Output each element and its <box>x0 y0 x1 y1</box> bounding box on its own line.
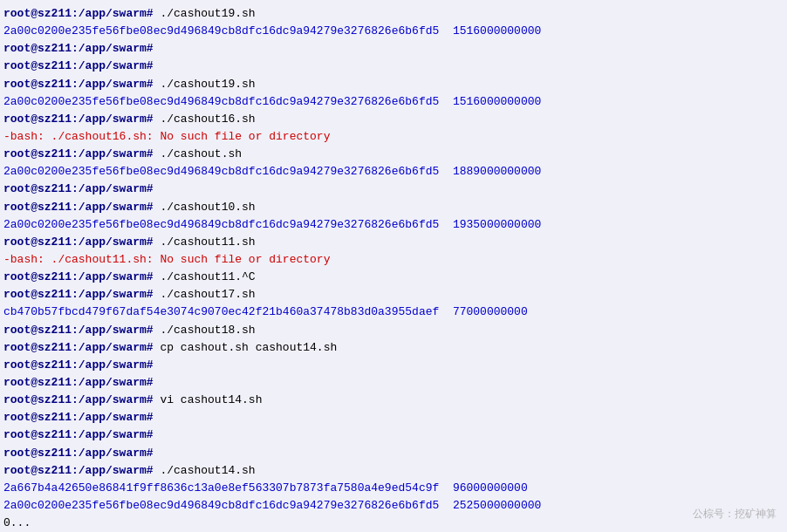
line-8: -bash: ./cashout16.sh: No such file or d… <box>3 128 784 146</box>
line-5: root@sz211:/app/swarm# ./cashout19.sh <box>3 76 784 93</box>
line-14: root@sz211:/app/swarm# ./cashout11.sh <box>3 234 784 251</box>
line-22: root@sz211:/app/swarm# <box>3 374 784 392</box>
prompt-7: root@sz211:/app/swarm# <box>3 113 160 126</box>
cmd-17: ./cashout17.sh <box>160 288 255 301</box>
line-6: 2a00c0200e235fe56fbe08ec9d496849cb8dfc16… <box>3 93 784 111</box>
cmd-5: ./cashout19.sh <box>160 78 255 91</box>
line-23: root@sz211:/app/swarm# vi cashout14.sh <box>3 392 784 409</box>
prompt-21: root@sz211:/app/swarm# <box>3 358 160 372</box>
cmd-27: ./cashout14.sh <box>160 464 255 477</box>
prompt-24: root@sz211:/app/swarm# <box>3 411 160 424</box>
line-29: 2a00c0200e235fe56fbe08ec9d496849cb8dfc16… <box>3 497 784 515</box>
terminal-window: root@sz211:/app/swarm# ./cashout19.sh 2a… <box>0 0 787 532</box>
line-27: root@sz211:/app/swarm# ./cashout14.sh <box>3 462 784 480</box>
line-28: 2a667b4a42650e86841f9ff8636c13a0e8ef5633… <box>3 480 784 497</box>
line-9: root@sz211:/app/swarm# ./cashout.sh <box>3 146 784 163</box>
cmd-7: ./cashout16.sh <box>160 113 255 126</box>
line-7: root@sz211:/app/swarm# ./cashout16.sh <box>3 111 784 128</box>
prompt-19: root@sz211:/app/swarm# <box>3 324 160 337</box>
prompt-20: root@sz211:/app/swarm# <box>3 341 160 354</box>
prompt-14: root@sz211:/app/swarm# <box>3 235 160 249</box>
cmd-14: ./cashout11.sh <box>160 235 255 249</box>
line-26: root@sz211:/app/swarm# <box>3 445 784 462</box>
line-13: 2a00c0200e235fe56fbe08ec9d496849cb8dfc16… <box>3 216 784 234</box>
prompt-4: root@sz211:/app/swarm# <box>3 59 160 72</box>
line-11: root@sz211:/app/swarm# <box>3 181 784 198</box>
prompt-27: root@sz211:/app/swarm# <box>3 464 160 477</box>
line-18: cb470b57fbcd479f67daf54e3074c9070ec42f21… <box>3 304 784 321</box>
line-25: root@sz211:/app/swarm# <box>3 426 784 444</box>
prompt-1: root@sz211:/app/swarm# <box>3 7 160 20</box>
cmd-12: ./cashout10.sh <box>160 201 255 214</box>
cmd-23: vi cashout14.sh <box>160 393 262 406</box>
prompt-5: root@sz211:/app/swarm# <box>3 78 160 91</box>
line-21: root@sz211:/app/swarm# <box>3 357 784 374</box>
prompt-16: root@sz211:/app/swarm# <box>3 270 160 283</box>
cmd-1: ./cashout19.sh <box>160 7 255 20</box>
prompt-23: root@sz211:/app/swarm# <box>3 393 160 406</box>
cmd-19: ./cashout18.sh <box>160 324 255 337</box>
line-17: root@sz211:/app/swarm# ./cashout17.sh <box>3 286 784 304</box>
line-15: -bash: ./cashout11.sh: No such file or d… <box>3 251 784 269</box>
prompt-11: root@sz211:/app/swarm# <box>3 182 160 195</box>
prompt-3: root@sz211:/app/swarm# <box>3 42 160 55</box>
line-12: root@sz211:/app/swarm# ./cashout10.sh <box>3 199 784 216</box>
line-3: root@sz211:/app/swarm# <box>3 40 784 58</box>
cmd-20: cp cashout.sh cashout14.sh <box>160 341 337 354</box>
line-1: root@sz211:/app/swarm# ./cashout19.sh <box>3 5 784 23</box>
cmd-16: ./cashout11.^C <box>160 270 255 283</box>
watermark: 公棕号：挖矿神算 <box>693 507 777 522</box>
prompt-17: root@sz211:/app/swarm# <box>3 288 160 301</box>
cmd-9: ./cashout.sh <box>160 147 242 160</box>
prompt-9: root@sz211:/app/swarm# <box>3 147 160 160</box>
line-16: root@sz211:/app/swarm# ./cashout11.^C <box>3 269 784 286</box>
prompt-26: root@sz211:/app/swarm# <box>3 447 160 460</box>
prompt-25: root@sz211:/app/swarm# <box>3 428 160 441</box>
line-4: root@sz211:/app/swarm# <box>3 58 784 75</box>
line-10: 2a00c0200e235fe56fbe08ec9d496849cb8dfc16… <box>3 163 784 181</box>
cmd-30: 0... <box>3 516 31 529</box>
prompt-22: root@sz211:/app/swarm# <box>3 376 160 389</box>
line-24: root@sz211:/app/swarm# <box>3 409 784 426</box>
line-30: 0... <box>3 515 784 532</box>
line-2: 2a00c0200e235fe56fbe08ec9d496849cb8dfc16… <box>3 23 784 40</box>
line-20: root@sz211:/app/swarm# cp cashout.sh cas… <box>3 339 784 357</box>
line-19: root@sz211:/app/swarm# ./cashout18.sh <box>3 322 784 339</box>
prompt-12: root@sz211:/app/swarm# <box>3 201 160 214</box>
